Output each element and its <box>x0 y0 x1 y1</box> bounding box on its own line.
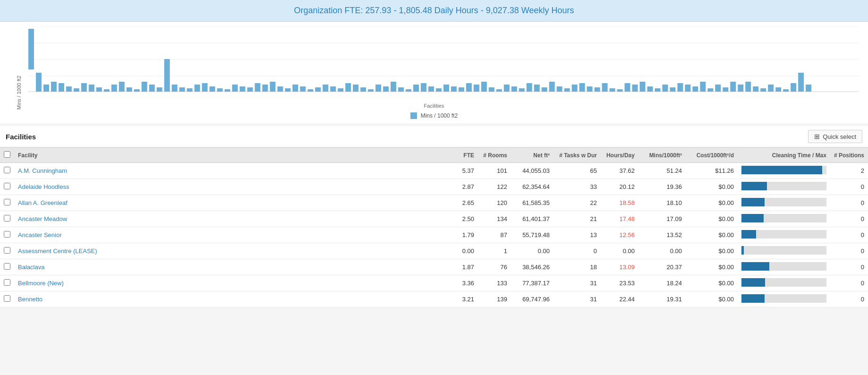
cleaning-bar-fill <box>741 166 822 174</box>
header-mins: Mins/1000ft² <box>638 148 686 163</box>
row-tasks: 0 <box>553 243 601 259</box>
svg-rect-73 <box>511 86 517 92</box>
svg-rect-67 <box>466 83 472 92</box>
row-checkbox-cell <box>0 163 14 179</box>
svg-rect-39 <box>255 83 260 92</box>
svg-rect-17 <box>89 85 94 92</box>
row-hours: 0.00 <box>601 243 638 259</box>
svg-rect-41 <box>270 82 275 92</box>
row-cost: $0.00 <box>686 211 738 227</box>
row-fte: 2.50 <box>450 211 478 227</box>
svg-rect-112 <box>806 85 811 92</box>
row-positions: 0 <box>830 195 868 211</box>
quick-select-button[interactable]: ⊞ Quick select <box>808 130 862 143</box>
svg-rect-30 <box>187 88 193 92</box>
svg-rect-62 <box>428 86 434 92</box>
row-checkbox[interactable] <box>4 295 10 302</box>
svg-rect-87 <box>617 89 623 92</box>
svg-rect-76 <box>534 85 540 92</box>
header-cost: Cost/1000ft²/d <box>686 148 738 163</box>
facility-link[interactable]: Bennetto <box>18 296 43 303</box>
svg-rect-60 <box>413 85 419 92</box>
svg-rect-61 <box>421 83 426 92</box>
svg-rect-57 <box>391 82 396 92</box>
svg-rect-16 <box>81 83 87 92</box>
row-netft2: 0.00 <box>511 243 553 259</box>
cleaning-bar-wrapper <box>741 214 826 222</box>
row-positions: 0 <box>830 243 868 259</box>
facilities-title: Facilities <box>6 133 36 141</box>
row-checkbox[interactable] <box>4 167 10 173</box>
table-header: Facility FTE # Rooms Net ft² # Tasks w D… <box>0 148 868 163</box>
row-tasks: 33 <box>553 179 601 195</box>
row-cost: $0.00 <box>686 179 738 195</box>
cleaning-bar-fill <box>741 182 767 190</box>
row-checkbox-cell <box>0 211 14 227</box>
svg-rect-108 <box>775 87 781 92</box>
header-cleaning: Cleaning Time / Max <box>738 148 830 163</box>
row-checkbox[interactable] <box>4 183 10 189</box>
cleaning-bar-wrapper <box>741 246 826 255</box>
row-netft2: 77,387.17 <box>511 275 553 291</box>
row-mins: 13.52 <box>638 227 686 243</box>
row-facility: Balaclava <box>14 259 450 275</box>
facility-link[interactable]: Bellmoore (New) <box>18 280 64 287</box>
facility-link[interactable]: Ancaster Meadow <box>18 215 67 222</box>
svg-rect-104 <box>745 82 751 92</box>
svg-rect-40 <box>262 85 268 92</box>
svg-rect-12 <box>51 82 57 92</box>
row-cleaning-bar <box>738 275 830 291</box>
header-netft2: Net ft² <box>511 148 553 163</box>
row-checkbox[interactable] <box>4 279 10 286</box>
svg-rect-43 <box>285 88 290 92</box>
facility-link[interactable]: Ancaster Senior <box>18 231 62 239</box>
row-facility: A.M. Cunningham <box>14 163 450 179</box>
facility-link[interactable]: Assessment Centre (LEASE) <box>18 247 97 255</box>
row-checkbox[interactable] <box>4 247 10 254</box>
facility-link[interactable]: Balaclava <box>18 264 44 271</box>
facility-link[interactable]: A.M. Cunningham <box>18 167 67 174</box>
row-facility: Bellmoore (New) <box>14 275 450 291</box>
svg-rect-99 <box>707 88 713 92</box>
row-hours: 17.48 <box>601 211 638 227</box>
cleaning-bar-fill <box>741 262 769 271</box>
svg-rect-26 <box>157 87 162 92</box>
row-rooms: 122 <box>478 179 511 195</box>
row-checkbox[interactable] <box>4 199 10 205</box>
row-fte: 1.79 <box>450 227 478 243</box>
row-fte: 3.36 <box>450 275 478 291</box>
svg-rect-109 <box>783 89 789 92</box>
row-mins: 17.09 <box>638 211 686 227</box>
svg-rect-19 <box>104 89 110 92</box>
svg-rect-34 <box>217 88 223 92</box>
row-cost: $0.00 <box>686 275 738 291</box>
select-all-checkbox[interactable] <box>4 151 10 158</box>
row-facility: Adelaide Hoodless <box>14 179 450 195</box>
header-banner: Organization FTE: 257.93 - 1,805.48 Dail… <box>0 0 868 22</box>
row-cost: $11.26 <box>686 163 738 179</box>
row-hours: 37.62 <box>601 163 638 179</box>
row-checkbox[interactable] <box>4 215 10 222</box>
row-positions: 2 <box>830 163 868 179</box>
svg-rect-15 <box>74 88 79 92</box>
svg-rect-46 <box>307 89 313 92</box>
row-hours: 12.56 <box>601 227 638 243</box>
row-checkbox[interactable] <box>4 263 10 270</box>
chart-x-label: Facilities <box>9 103 859 109</box>
row-checkbox[interactable] <box>4 231 10 238</box>
row-mins: 18.24 <box>638 275 686 291</box>
header-positions: # Positions <box>830 148 868 163</box>
row-hours: 13.09 <box>601 259 638 275</box>
svg-rect-69 <box>481 82 487 92</box>
svg-rect-14 <box>66 86 72 92</box>
facility-link[interactable]: Allan A. Greenleaf <box>18 199 68 206</box>
svg-rect-94 <box>670 87 675 92</box>
row-positions: 0 <box>830 179 868 195</box>
legend-color-box <box>410 112 417 119</box>
row-cost: $0.00 <box>686 259 738 275</box>
header-text: Organization FTE: 257.93 - 1,805.48 Dail… <box>294 6 574 15</box>
row-mins: 18.10 <box>638 195 686 211</box>
cleaning-bar-fill <box>741 278 765 287</box>
svg-rect-100 <box>715 85 721 92</box>
facility-link[interactable]: Adelaide Hoodless <box>18 183 69 190</box>
